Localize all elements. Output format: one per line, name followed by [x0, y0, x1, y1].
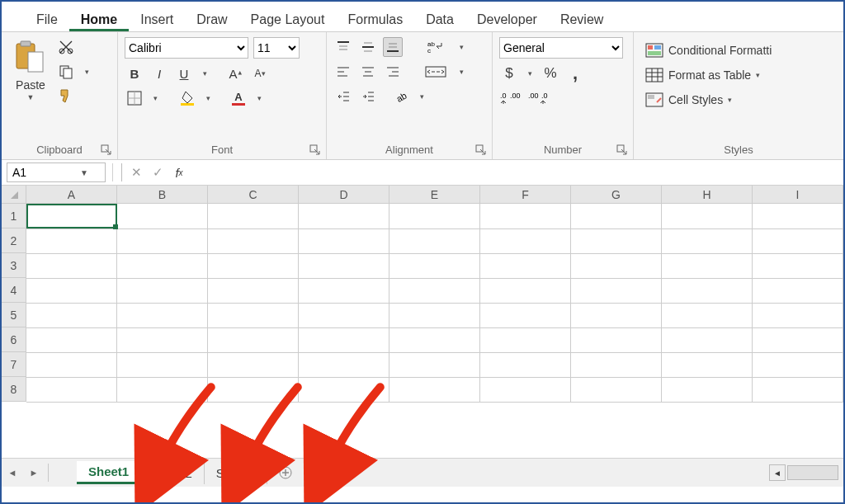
font-family-select[interactable]: Calibri	[125, 37, 248, 59]
italic-button[interactable]: I	[149, 64, 169, 83]
row-header[interactable]: 5	[2, 303, 26, 327]
svg-rect-35	[426, 67, 446, 77]
row-header[interactable]: 3	[2, 253, 26, 278]
wrap-text-button[interactable]: abc	[421, 37, 451, 57]
svg-text:.0: .0	[500, 92, 507, 100]
align-left-button[interactable]	[333, 62, 353, 82]
align-middle-button[interactable]	[358, 37, 378, 57]
name-box[interactable]: ▼	[7, 163, 106, 182]
sheet-tab[interactable]: Sheet3	[205, 461, 268, 484]
column-header[interactable]: E	[389, 186, 480, 204]
merge-dropdown[interactable]: ▾	[456, 62, 467, 82]
spreadsheet-grid: A B C D E F G H I 1 2 3 4 5 6 7 8	[2, 186, 843, 458]
dialog-launcher-icon[interactable]	[475, 144, 487, 156]
decrease-font-button[interactable]: A▾	[250, 64, 270, 83]
horizontal-scrollbar[interactable]: ◄	[769, 464, 843, 481]
tab-insert[interactable]: Insert	[129, 7, 185, 31]
cut-button[interactable]	[56, 37, 76, 57]
cell-reference-input[interactable]	[11, 165, 78, 180]
column-header[interactable]: B	[117, 186, 208, 204]
column-header[interactable]: I	[753, 186, 843, 204]
fill-color-button[interactable]	[177, 88, 197, 108]
row-header[interactable]: 2	[2, 228, 26, 253]
styles-group-label: Styles	[634, 139, 843, 159]
svg-rect-53	[646, 68, 663, 82]
underline-button[interactable]: U	[174, 64, 194, 83]
orientation-button[interactable]: ab	[391, 87, 411, 106]
dialog-launcher-icon[interactable]	[616, 144, 628, 156]
wrap-text-dropdown[interactable]: ▾	[456, 37, 467, 57]
increase-indent-button[interactable]	[358, 87, 378, 106]
tab-file[interactable]: File	[25, 7, 69, 31]
sheet-tab[interactable]: Sheet1	[77, 461, 141, 484]
accounting-button[interactable]: $	[499, 64, 519, 83]
add-sheet-button[interactable]	[274, 461, 297, 484]
align-bottom-button[interactable]	[383, 37, 403, 57]
enter-formula-button[interactable]: ✓	[147, 163, 168, 181]
tab-page-layout[interactable]: Page Layout	[239, 7, 337, 31]
underline-dropdown[interactable]: ▾	[199, 64, 210, 83]
percent-button[interactable]: %	[541, 64, 560, 83]
sheet-nav-prev-button[interactable]: ◄	[3, 464, 21, 482]
copy-dropdown[interactable]: ▾	[81, 62, 92, 82]
svg-text:.00: .00	[510, 92, 521, 100]
sheet-nav-next-button[interactable]: ►	[25, 464, 43, 482]
formula-input[interactable]	[190, 163, 843, 182]
row-header[interactable]: 4	[2, 278, 26, 303]
format-as-table-button[interactable]: Format as Table ▾	[640, 65, 777, 85]
tab-home[interactable]: Home	[69, 7, 129, 31]
align-right-button[interactable]	[383, 62, 403, 82]
decrease-decimal-button[interactable]: .00.0	[527, 88, 550, 108]
borders-dropdown[interactable]: ▾	[149, 88, 161, 108]
column-header[interactable]: G	[571, 186, 662, 204]
increase-decimal-button[interactable]: .0.00	[499, 88, 522, 108]
row-header[interactable]: 6	[2, 327, 26, 352]
row-header[interactable]: 1	[2, 204, 26, 228]
fill-color-dropdown[interactable]: ▾	[202, 88, 214, 108]
paste-button[interactable]: Paste ▼	[8, 37, 53, 138]
font-color-button[interactable]: A	[229, 88, 248, 108]
font-color-dropdown[interactable]: ▾	[253, 88, 265, 108]
scroll-left-button[interactable]: ◄	[769, 464, 786, 481]
tab-data[interactable]: Data	[414, 7, 465, 31]
insert-function-button[interactable]: fx	[168, 163, 190, 181]
select-all-corner[interactable]	[2, 186, 26, 204]
column-header[interactable]: C	[208, 186, 299, 204]
svg-rect-2	[28, 52, 43, 72]
column-header[interactable]: H	[662, 186, 753, 204]
format-painter-button[interactable]	[56, 87, 76, 106]
cell-styles-button[interactable]: Cell Styles ▾	[640, 90, 777, 110]
row-header[interactable]: 8	[2, 377, 26, 402]
sheet-tab[interactable]: Sheet2	[141, 461, 205, 484]
cell-area[interactable]	[26, 204, 843, 403]
cancel-formula-button[interactable]: ✕	[125, 163, 147, 181]
orientation-dropdown[interactable]: ▾	[416, 87, 427, 106]
conditional-formatting-button[interactable]: Conditional Formatti	[640, 40, 777, 60]
tab-review[interactable]: Review	[549, 7, 615, 31]
dialog-launcher-icon[interactable]	[101, 144, 112, 156]
row-header[interactable]: 7	[2, 352, 26, 377]
column-header[interactable]: A	[26, 186, 117, 204]
tab-formulas[interactable]: Formulas	[336, 7, 414, 31]
decrease-indent-button[interactable]	[333, 87, 353, 106]
bold-button[interactable]: B	[125, 64, 144, 83]
dialog-launcher-icon[interactable]	[309, 144, 321, 156]
comma-button[interactable]: ,	[565, 64, 585, 83]
tab-draw[interactable]: Draw	[185, 7, 238, 31]
column-header[interactable]: D	[299, 186, 389, 204]
clipboard-group-label: Clipboard	[2, 139, 117, 159]
paste-icon	[13, 39, 48, 77]
column-header[interactable]: F	[480, 186, 571, 204]
align-center-button[interactable]	[358, 62, 378, 82]
merge-center-button[interactable]	[421, 62, 451, 82]
increase-font-button[interactable]: A▾	[225, 64, 245, 83]
font-size-select[interactable]: 11	[253, 37, 300, 59]
borders-button[interactable]	[125, 88, 144, 108]
chevron-down-icon: ▼	[27, 93, 35, 101]
align-top-button[interactable]	[333, 37, 353, 57]
tab-developer[interactable]: Developer	[465, 7, 549, 31]
number-format-select[interactable]: General	[499, 37, 623, 59]
copy-button[interactable]	[56, 62, 76, 82]
accounting-dropdown[interactable]: ▾	[524, 64, 536, 83]
chevron-down-icon[interactable]: ▼	[78, 168, 90, 177]
